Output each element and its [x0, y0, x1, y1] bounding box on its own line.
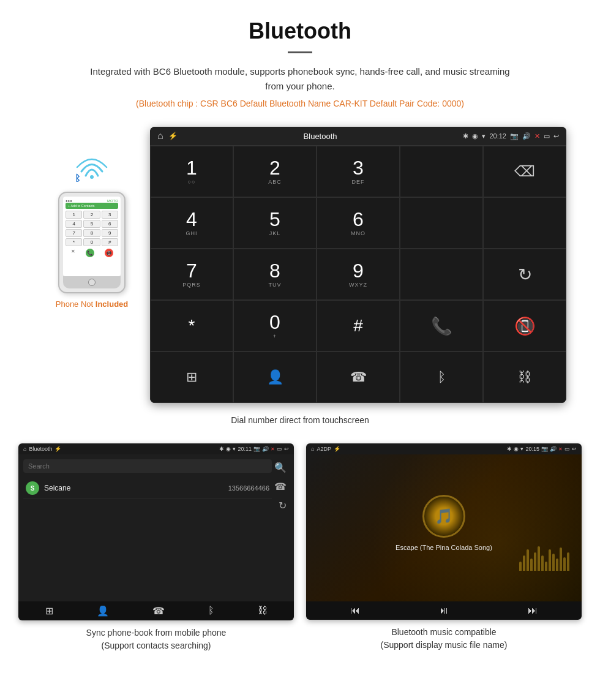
phonebook-caption: Sync phone-book from mobile phone (Suppo… [86, 627, 227, 652]
phonebook-caption-line2: (Support contacts searching) [102, 641, 211, 650]
music-controls: ⏮ ⏯ ⏭ [306, 601, 582, 620]
dial-nav-link[interactable]: ⛓ [483, 352, 566, 403]
volume-icon: 🔊 [522, 132, 531, 140]
dial-key-7[interactable]: 7 PQRS [150, 249, 233, 300]
screen-icon: ▭ [544, 132, 550, 140]
phone-key-0[interactable]: 0 [83, 238, 100, 246]
entry-name: Seicane [44, 484, 223, 492]
music-cam-icon: 📷 [541, 446, 548, 452]
dial-key-9[interactable]: 9 WXYZ [317, 249, 400, 300]
music-equalizer [519, 546, 569, 571]
car-status-right: ✱ ◉ ▾ 20:12 📷 🔊 ✕ ▭ ↩ [463, 132, 559, 140]
dial-refresh[interactable]: ↻ [483, 249, 566, 300]
dial-nav-grid[interactable]: ⊞ [150, 352, 233, 403]
pb-phone-icon[interactable]: ☎ [152, 605, 165, 617]
pb-vol-icon: 🔊 [262, 446, 269, 452]
phone-key-star[interactable]: * [66, 238, 82, 246]
phone-body: ●●●MOTO + Add to Contacts 1 2 3 4 5 6 7 … [58, 192, 126, 293]
music-x-icon: ✕ [558, 446, 563, 452]
pb-bluetooth-icon[interactable]: ᛒ [208, 605, 214, 617]
phone-call-button[interactable]: 📞 [86, 249, 94, 257]
main-section: ᛒ ●●●MOTO + Add to Contacts 1 2 3 4 5 6 … [0, 127, 600, 403]
dial-key-0[interactable]: 0 + [233, 300, 317, 352]
dial-nav-phone[interactable]: ☎ [317, 352, 400, 403]
dial-backspace[interactable]: ⌫ [483, 146, 566, 197]
grid-icon: ⊞ [186, 369, 197, 385]
dial-key-8[interactable]: 8 TUV [233, 249, 317, 300]
music-loc-icon: ◉ [514, 446, 519, 452]
phone-end-button[interactable]: 📵 [105, 249, 113, 257]
phone-key-hash[interactable]: # [102, 238, 118, 246]
dial-key-6[interactable]: 6 MNO [317, 197, 400, 249]
phone-key-3[interactable]: 3 [102, 211, 118, 219]
dial-key-hash[interactable]: # [317, 300, 400, 352]
home-icon[interactable]: ⌂ [157, 130, 163, 141]
music-status-bar: ⌂ A2DP ⚡ ✱ ◉ ▾ 20:15 📷 🔊 ✕ ▭ ↩ [306, 443, 582, 454]
refresh-right-icon[interactable]: ↻ [279, 500, 287, 511]
pb-contacts-icon[interactable]: 👤 [97, 605, 109, 617]
phone-key-7[interactable]: 7 [66, 229, 82, 237]
phonebook-status-bar: ⌂ Bluetooth ⚡ ✱ ◉ ▾ 20:11 📷 🔊 ✕ ▭ ↩ [18, 443, 294, 454]
phone-add-contacts: + Add to Contacts [66, 203, 118, 209]
dial-nav-bluetooth[interactable]: ᛒ [400, 352, 483, 403]
title-divider [288, 51, 312, 53]
pb-wifi-icon: ▾ [233, 446, 236, 452]
bottom-row: ⌂ Bluetooth ⚡ ✱ ◉ ▾ 20:11 📷 🔊 ✕ ▭ ↩ [0, 437, 600, 664]
pb-home-icon[interactable]: ⌂ [23, 446, 26, 452]
usb-icon: ⚡ [168, 132, 178, 140]
phone-key-6[interactable]: 6 [102, 220, 118, 228]
phone-home-button[interactable] [88, 279, 96, 286]
phonebook-search-input[interactable] [23, 459, 272, 473]
music-album-art: 🎵 [422, 495, 465, 538]
signal-icons: ᛒ [73, 151, 110, 186]
phonebook-screen: ⌂ Bluetooth ⚡ ✱ ◉ ▾ 20:11 📷 🔊 ✕ ▭ ↩ [18, 443, 294, 620]
music-song-title: Escape (The Pina Colada Song) [396, 544, 492, 551]
music-card: ⌂ A2DP ⚡ ✱ ◉ ▾ 20:15 📷 🔊 ✕ ▭ ↩ [306, 443, 582, 652]
pb-link-icon[interactable]: ⛓ [258, 605, 268, 617]
music-screen2-icon: ▭ [564, 446, 570, 452]
pb-grid-icon[interactable]: ⊞ [45, 605, 53, 617]
phonebook-bottom-nav: ⊞ 👤 ☎ ᛒ ⛓ [18, 601, 294, 620]
dial-key-5[interactable]: 5 JKL [233, 197, 317, 249]
phone-key-1[interactable]: 1 [66, 211, 82, 219]
dial-key-3[interactable]: 3 DEF [317, 146, 400, 197]
call-right-icon[interactable]: ☎ [274, 481, 287, 492]
search-right-icon[interactable]: 🔍 [274, 462, 287, 473]
subtitle: Integrated with BC6 Bluetooth module, su… [86, 64, 514, 94]
pb-back-icon[interactable]: ↩ [284, 446, 289, 452]
music-usb-icon: ⚡ [334, 446, 340, 452]
dial-key-2[interactable]: 2 ABC [233, 146, 317, 197]
svg-point-0 [90, 175, 94, 179]
music-time: 20:15 [525, 446, 539, 452]
music-prev-icon[interactable]: ⏮ [350, 605, 360, 616]
dial-key-star[interactable]: * [150, 300, 233, 352]
music-caption-line2: (Support display music file name) [381, 640, 508, 650]
pb-loc-icon: ◉ [226, 446, 231, 452]
dial-empty-4 [400, 249, 483, 300]
back-icon[interactable]: ↩ [553, 132, 559, 140]
music-playpause-icon[interactable]: ⏯ [439, 605, 449, 616]
pb-cam-icon: 📷 [253, 446, 260, 452]
music-back-icon[interactable]: ↩ [572, 446, 577, 452]
dial-nav-contacts[interactable]: 👤 [233, 352, 317, 403]
call-icon: 📞 [431, 316, 452, 336]
music-next-icon[interactable]: ⏭ [528, 605, 538, 616]
svg-text:ᛒ: ᛒ [75, 173, 81, 182]
music-screen-name: A2DP [317, 446, 331, 452]
dial-key-1[interactable]: 1 ○○ [150, 146, 233, 197]
dial-end[interactable]: 📵 [483, 300, 566, 352]
phone-keypad: 1 2 3 4 5 6 7 8 9 * 0 # [66, 211, 118, 246]
phone-key-8[interactable]: 8 [83, 229, 100, 237]
music-home-icon[interactable]: ⌂ [311, 446, 314, 452]
phonebook-entry: S Seicane 13566664466 [23, 478, 272, 499]
pb-screen-name: Bluetooth [29, 446, 52, 452]
phone-key-9[interactable]: 9 [102, 229, 118, 237]
phone-key-4[interactable]: 4 [66, 220, 82, 228]
dial-key-4[interactable]: 4 GHI [150, 197, 233, 249]
page-header: Bluetooth Integrated with BC6 Bluetooth … [0, 0, 600, 127]
dial-call[interactable]: 📞 [400, 300, 483, 352]
phone-key-2[interactable]: 2 [83, 211, 100, 219]
phone-back-icon: ✕ [71, 249, 75, 257]
phone-key-5[interactable]: 5 [83, 220, 100, 228]
dial-empty-1 [400, 146, 483, 197]
